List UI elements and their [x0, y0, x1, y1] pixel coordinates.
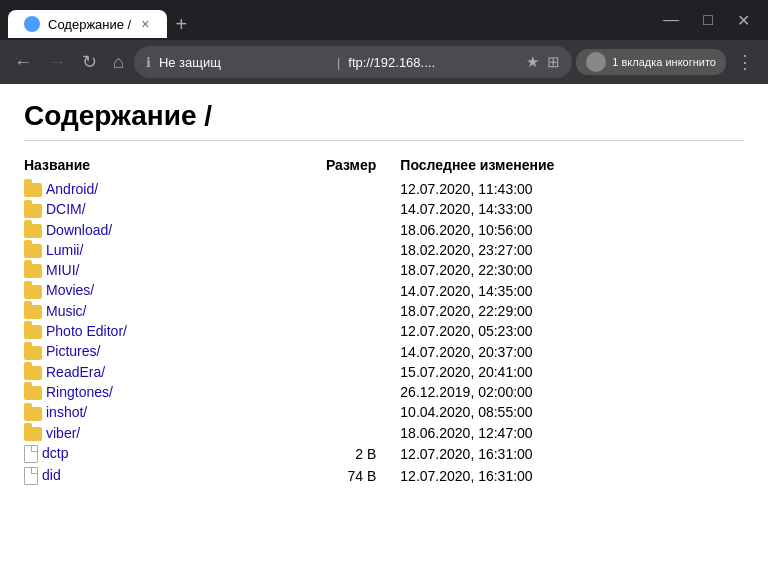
back-button[interactable]: ←: [8, 48, 38, 77]
incognito-label: 1 вкладка инкогнито: [612, 56, 716, 68]
page-title: Содержание /: [24, 100, 744, 132]
reload-button[interactable]: ↻: [76, 47, 103, 77]
entry-name-cell: Android/: [24, 179, 242, 199]
entry-link[interactable]: MIUI/: [46, 262, 79, 278]
new-tab-button[interactable]: +: [175, 13, 187, 36]
entry-date-cell: 26.12.2019, 02:00:00: [400, 382, 744, 402]
entry-link[interactable]: DCIM/: [46, 201, 86, 217]
entry-link[interactable]: Pictures/: [46, 343, 100, 359]
entry-size-cell: 74 В: [242, 465, 400, 487]
table-row: DCIM/14.07.2020, 14:33:00: [24, 199, 744, 219]
close-button[interactable]: ✕: [727, 11, 760, 30]
entry-link[interactable]: Ringtones/: [46, 384, 113, 400]
entry-name-cell: inshot/: [24, 402, 242, 422]
entry-name-cell: Download/: [24, 220, 242, 240]
browser-toolbar: ← → ↻ ⌂ ℹ Не защищ | ftp://192.168.... ★…: [0, 40, 768, 84]
incognito-badge: 1 вкладка инкогнито: [576, 49, 726, 75]
entry-link[interactable]: Music/: [46, 303, 86, 319]
entry-name-cell: Lumii/: [24, 240, 242, 260]
column-modified-header: Последнее изменение: [400, 153, 744, 179]
tab-close-button[interactable]: ×: [139, 16, 151, 32]
security-icon: ℹ: [146, 55, 151, 70]
column-size-header: Размер: [242, 153, 400, 179]
home-button[interactable]: ⌂: [107, 48, 130, 77]
entry-link[interactable]: inshot/: [46, 404, 87, 420]
entry-link[interactable]: Lumii/: [46, 242, 83, 258]
entry-size-cell: [242, 179, 400, 199]
file-icon: [24, 445, 38, 463]
entry-size-cell: [242, 362, 400, 382]
entry-size-cell: [242, 301, 400, 321]
entry-name-cell: MIUI/: [24, 260, 242, 280]
entry-link[interactable]: Movies/: [46, 282, 94, 298]
entry-date-cell: 15.07.2020, 20:41:00: [400, 362, 744, 382]
entry-name-cell: Pictures/: [24, 341, 242, 361]
bookmark-icon[interactable]: ★: [526, 53, 539, 71]
entry-date-cell: 12.07.2020, 11:43:00: [400, 179, 744, 199]
entry-link[interactable]: Download/: [46, 222, 112, 238]
entry-link[interactable]: ReadEra/: [46, 364, 105, 380]
entry-date-cell: 18.07.2020, 22:29:00: [400, 301, 744, 321]
forward-button[interactable]: →: [42, 48, 72, 77]
entry-name-cell: ReadEra/: [24, 362, 242, 382]
entry-date-cell: 12.07.2020, 16:31:00: [400, 465, 744, 487]
entry-date-cell: 14.07.2020, 20:37:00: [400, 341, 744, 361]
entry-size-cell: 2 В: [242, 443, 400, 465]
entry-link[interactable]: viber/: [46, 425, 80, 441]
entry-name-cell: did: [24, 465, 242, 487]
tab-favicon-icon: [24, 16, 40, 32]
maximize-button[interactable]: □: [693, 11, 723, 29]
tab-bar: Содержание / × + — □ ✕: [0, 0, 768, 40]
address-text: ftp://192.168....: [348, 55, 518, 70]
entry-date-cell: 14.07.2020, 14:33:00: [400, 199, 744, 219]
folder-icon: [24, 407, 42, 421]
folder-icon: [24, 264, 42, 278]
file-listing-table: Название Размер Последнее изменение Andr…: [24, 153, 744, 487]
entry-size-cell: [242, 341, 400, 361]
minimize-button[interactable]: —: [653, 11, 689, 29]
entry-date-cell: 18.07.2020, 22:30:00: [400, 260, 744, 280]
extensions-icon[interactable]: ⊞: [547, 53, 560, 71]
folder-icon: [24, 366, 42, 380]
entry-date-cell: 10.04.2020, 08:55:00: [400, 402, 744, 422]
entry-link[interactable]: dctp: [42, 445, 68, 461]
security-label: Не защищ: [159, 55, 329, 70]
entry-date-cell: 18.02.2020, 23:27:00: [400, 240, 744, 260]
table-row: Movies/14.07.2020, 14:35:00: [24, 280, 744, 300]
folder-icon: [24, 224, 42, 238]
entry-link[interactable]: Photo Editor/: [46, 323, 127, 339]
browser-menu-button[interactable]: ⋮: [730, 47, 760, 77]
address-separator: |: [337, 55, 340, 70]
entry-name-cell: DCIM/: [24, 199, 242, 219]
table-row: did74 В12.07.2020, 16:31:00: [24, 465, 744, 487]
entry-link[interactable]: Android/: [46, 181, 98, 197]
title-divider: [24, 140, 744, 141]
table-row: viber/18.06.2020, 12:47:00: [24, 423, 744, 443]
file-icon: [24, 467, 38, 485]
window-controls: — □ ✕: [653, 11, 760, 38]
entry-size-cell: [242, 260, 400, 280]
browser-chrome: Содержание / × + — □ ✕ ← → ↻ ⌂ ℹ Не защи…: [0, 0, 768, 84]
entry-name-cell: dctp: [24, 443, 242, 465]
table-row: Photo Editor/12.07.2020, 05:23:00: [24, 321, 744, 341]
entry-date-cell: 18.06.2020, 12:47:00: [400, 423, 744, 443]
entry-name-cell: Photo Editor/: [24, 321, 242, 341]
entry-size-cell: [242, 382, 400, 402]
entry-name-cell: Ringtones/: [24, 382, 242, 402]
table-row: Download/18.06.2020, 10:56:00: [24, 220, 744, 240]
entry-link[interactable]: did: [42, 467, 61, 483]
incognito-avatar-icon: [586, 52, 606, 72]
table-row: Music/18.07.2020, 22:29:00: [24, 301, 744, 321]
entry-date-cell: 12.07.2020, 16:31:00: [400, 443, 744, 465]
active-tab[interactable]: Содержание / ×: [8, 10, 167, 38]
column-name-header: Название: [24, 153, 242, 179]
address-bar[interactable]: ℹ Не защищ | ftp://192.168.... ★ ⊞: [134, 46, 572, 78]
entry-size-cell: [242, 321, 400, 341]
entry-size-cell: [242, 280, 400, 300]
folder-icon: [24, 427, 42, 441]
entry-date-cell: 14.07.2020, 14:35:00: [400, 280, 744, 300]
table-row: dctp2 В12.07.2020, 16:31:00: [24, 443, 744, 465]
entry-size-cell: [242, 402, 400, 422]
folder-icon: [24, 305, 42, 319]
folder-icon: [24, 285, 42, 299]
